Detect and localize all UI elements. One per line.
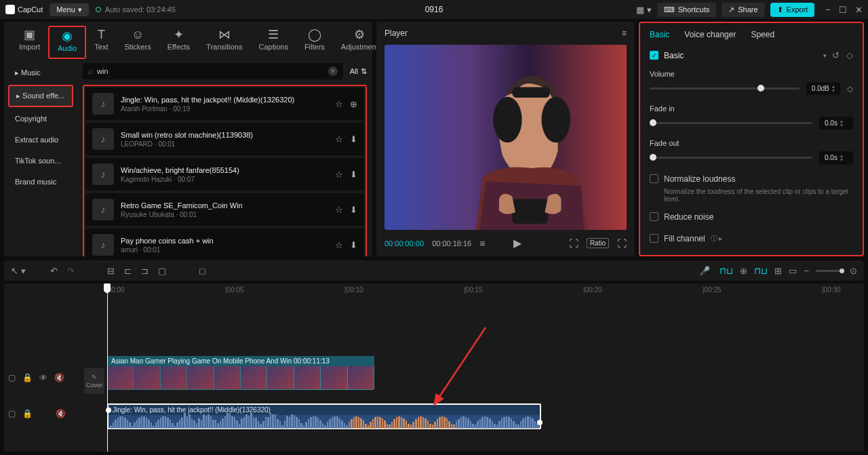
tab-captions[interactable]: ☰Captions — [250, 26, 296, 59]
inspector-tab-voice-changer[interactable]: Voice changer — [684, 30, 736, 39]
sound-item[interactable]: ♪ Win/achieve, bright fanfare(855154) Ka… — [85, 158, 364, 191]
share-button[interactable]: ↗Share — [722, 3, 764, 17]
inspector-tab-speed[interactable]: Speed — [751, 30, 774, 39]
fadeout-slider[interactable] — [650, 157, 812, 159]
sidebar-item-extract-audio[interactable]: Extract audio — [8, 130, 73, 149]
sidebar-item-copyright[interactable]: Copyright — [8, 109, 73, 128]
minimize-button[interactable]: − — [825, 5, 831, 15]
preview-icon[interactable]: ▭ — [789, 266, 797, 276]
sound-subtitle: Atanih Portman · 00:19 — [121, 105, 328, 113]
player-menu-icon[interactable]: ≡ — [622, 28, 627, 38]
cover-button[interactable]: ✎ Cover — [84, 368, 104, 394]
search-box[interactable]: ⌕ ✕ — [83, 63, 343, 79]
track-mute-icon[interactable]: 🔇 — [56, 409, 66, 418]
align-icon[interactable]: ⊞ — [774, 266, 782, 276]
track-visibility-icon[interactable]: 👁 — [39, 373, 47, 382]
sound-item[interactable]: ♪ Jingle: Win, pass, hit the jackpot!! (… — [85, 87, 364, 120]
playhead-handle[interactable] — [104, 283, 111, 293]
magnet-icon[interactable]: ⊓⊔ — [754, 266, 768, 276]
track-mute-icon[interactable]: 🔇 — [54, 373, 64, 382]
magnet-main-icon[interactable]: ⊓⊔ — [719, 266, 733, 276]
favorite-icon[interactable]: ☆ — [335, 205, 343, 215]
inspector-tab-basic[interactable]: Basic — [650, 30, 669, 39]
sound-item[interactable]: ♪ Small win (retro slot machine)(1139038… — [85, 123, 364, 155]
sidebar-item-tiktok-sounds[interactable]: TikTok soun... — [8, 151, 73, 170]
fadeout-value[interactable]: 0.0s▴▾ — [819, 151, 853, 164]
basic-checkbox[interactable]: ✓ — [650, 51, 658, 60]
filters-icon: ◯ — [308, 28, 321, 41]
play-button[interactable]: ▶ — [513, 237, 521, 250]
filter-all-button[interactable]: All ⇅ — [350, 67, 367, 76]
close-button[interactable]: ✕ — [855, 5, 863, 15]
quality-icon[interactable]: ≡ — [479, 238, 485, 249]
sidebar-item-sound-effects[interactable]: ▸ Sound effe... — [8, 85, 73, 107]
mic-icon[interactable]: 🎤 — [699, 266, 710, 276]
split-icon[interactable]: ⊟ — [107, 266, 115, 276]
tab-stickers[interactable]: ☺Stickers — [117, 26, 159, 59]
download-icon[interactable]: ⬇ — [350, 240, 357, 250]
download-icon[interactable]: ⬇ — [350, 170, 357, 180]
track-lock-icon[interactable]: 🔒 — [22, 409, 33, 418]
add-icon[interactable]: ⊕ — [350, 99, 357, 109]
volume-keyframe-icon[interactable]: ◇ — [847, 84, 853, 94]
timeline-ruler[interactable]: |00:00|00:05|00:10|00:15|00:20|00:25|00:… — [106, 283, 864, 297]
pointer-tool-icon[interactable]: ↖ ▾ — [11, 266, 26, 276]
split-right-icon[interactable]: ⊐ — [141, 266, 149, 276]
fadein-slider[interactable] — [650, 122, 812, 124]
tab-audio[interactable]: ◉Audio — [48, 26, 86, 59]
favorite-icon[interactable]: ☆ — [335, 134, 343, 144]
favorite-icon[interactable]: ☆ — [335, 170, 343, 180]
clip-handle-right[interactable] — [537, 420, 542, 425]
playhead[interactable] — [107, 283, 108, 452]
reset-icon[interactable]: ↺ — [832, 50, 840, 60]
layout-icon[interactable]: ▦ ▾ — [636, 5, 652, 15]
split-left-icon[interactable]: ⊏ — [124, 266, 132, 276]
zoom-out-icon[interactable]: − — [804, 266, 809, 276]
sidebar-item-music[interactable]: ▸ Music — [8, 63, 73, 83]
export-button[interactable]: ⬆Export — [770, 3, 815, 17]
zoom-slider[interactable] — [816, 270, 843, 272]
tab-filters[interactable]: ◯Filters — [296, 26, 333, 59]
ratio-button[interactable]: Ratio — [587, 238, 609, 248]
undo-icon[interactable]: ↶ — [50, 266, 58, 276]
volume-slider[interactable] — [650, 87, 800, 90]
maximize-button[interactable]: ☐ — [839, 5, 847, 15]
track-collapse-icon[interactable]: ▢ — [8, 373, 16, 382]
delete-icon[interactable]: ▢ — [158, 266, 166, 276]
clear-search-button[interactable]: ✕ — [328, 66, 338, 76]
favorite-icon[interactable]: ☆ — [335, 99, 343, 109]
normalize-checkbox[interactable] — [650, 174, 658, 183]
fill-channel-checkbox[interactable] — [650, 234, 658, 243]
sound-item[interactable]: ♪ Pay phone coins cash + win amuri · 00:… — [85, 229, 364, 256]
fullscreen-icon[interactable]: ⛶ — [617, 238, 627, 249]
video-clip[interactable]: Asian Man Gamer Playing Game On Mobile P… — [107, 356, 374, 390]
tab-import[interactable]: ▣Import — [11, 26, 48, 59]
tab-text[interactable]: TText — [86, 26, 116, 59]
keyframe-icon[interactable]: ◇ — [846, 50, 853, 60]
tab-transitions[interactable]: ⋈Transitions — [198, 26, 250, 59]
fadein-value[interactable]: 0.0s▴▾ — [819, 117, 853, 130]
link-icon[interactable]: ⊕ — [740, 266, 747, 276]
shortcuts-button[interactable]: ⌨Shortcuts — [657, 3, 716, 17]
video-preview[interactable] — [384, 45, 627, 230]
normalize-description: Normalize the loudness of the selected c… — [664, 188, 853, 203]
audio-track-controls: ▢ 🔒 🔇 — [8, 409, 76, 418]
marker-icon[interactable]: ◻ — [199, 266, 206, 276]
search-input[interactable] — [97, 67, 324, 75]
chevron-down-icon[interactable]: ▾ — [823, 52, 827, 59]
volume-value[interactable]: 0.0dB▴▾ — [806, 82, 840, 95]
track-lock-icon[interactable]: 🔒 — [22, 373, 33, 382]
scale-icon[interactable]: ⛶ — [569, 238, 578, 249]
info-icon[interactable]: ⓘ ▸ — [711, 234, 723, 243]
download-icon[interactable]: ⬇ — [350, 205, 357, 215]
redo-icon[interactable]: ↷ — [67, 266, 75, 276]
reduce-noise-checkbox[interactable] — [650, 212, 658, 221]
sidebar-item-brand-music[interactable]: Brand music — [8, 172, 73, 191]
menu-button[interactable]: Menu▾ — [50, 3, 89, 16]
tab-effects[interactable]: ✦Effects — [159, 26, 198, 59]
sound-item[interactable]: ♪ Retro Game SE_Famicom_Coin Win Ryusuke… — [85, 193, 364, 226]
favorite-icon[interactable]: ☆ — [335, 240, 343, 250]
track-collapse-icon[interactable]: ▢ — [8, 409, 16, 418]
zoom-fit-icon[interactable]: ⊙ — [850, 266, 857, 276]
download-icon[interactable]: ⬇ — [350, 134, 357, 144]
